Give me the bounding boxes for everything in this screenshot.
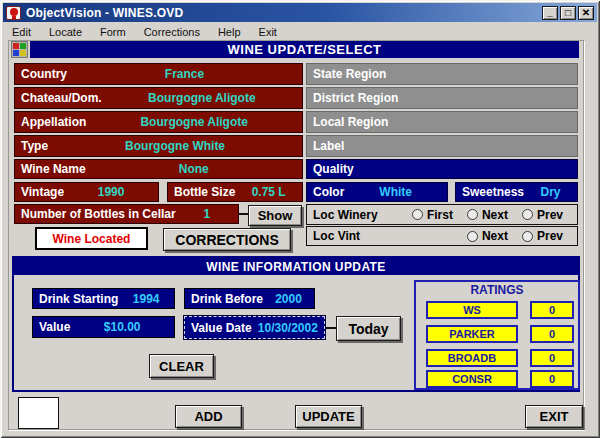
field-wine-name-label: Wine Name: [15, 162, 86, 176]
radio-icon[interactable]: [412, 209, 423, 220]
drink-starting-label: Drink Starting: [33, 292, 118, 306]
loc-winery-prev-label: Prev: [537, 208, 563, 222]
loc-vint-label: Loc Vint: [307, 229, 360, 243]
rating-ws-value[interactable]: 0: [530, 301, 574, 319]
minimize-button-icon[interactable]: _: [542, 6, 558, 20]
rating-broadb-value[interactable]: 0: [530, 349, 574, 367]
value-value[interactable]: $10.00: [70, 320, 174, 334]
drink-before-value[interactable]: 2000: [263, 292, 314, 306]
field-value[interactable]: Value $10.00: [32, 316, 175, 338]
loc-winery-first-label: First: [427, 208, 453, 222]
rating-parker-value[interactable]: 0: [530, 325, 574, 343]
field-color[interactable]: Color White: [306, 182, 448, 202]
field-chateau[interactable]: Chateau/Dom. Bourgogne Aligote: [14, 87, 303, 109]
maximize-button-icon[interactable]: □: [560, 6, 576, 20]
title-bar[interactable]: ObjectVision - WINES.OVD _ □ ✕: [3, 3, 597, 22]
close-button-icon[interactable]: ✕: [578, 6, 594, 20]
field-country-value[interactable]: France: [67, 67, 302, 81]
objectvision-app-icon: [6, 6, 21, 20]
loc-winery-group: Loc Winery First Next Prev: [306, 204, 578, 225]
loc-winery-label: Loc Winery: [307, 208, 378, 222]
field-local-region-label: Local Region: [307, 115, 388, 129]
loc-winery-first-radio[interactable]: First: [412, 208, 453, 222]
corrections-button[interactable]: CORRECTIONS: [163, 228, 291, 251]
rating-consr-label[interactable]: CONSR: [426, 370, 518, 388]
update-section-header: WINE INFORMATION UPDATE: [14, 258, 578, 275]
rating-parker-label[interactable]: PARKER: [426, 325, 518, 343]
windows-logo-icon: [11, 41, 28, 58]
field-vintage-label: Vintage: [15, 185, 64, 199]
field-appellation[interactable]: Appellation Bourgogne Aligote: [14, 111, 303, 133]
menu-locate[interactable]: Locate: [40, 26, 91, 38]
form-header: WINE UPDATE/SELECT: [30, 41, 579, 58]
loc-winery-next-label: Next: [482, 208, 508, 222]
field-drink-before[interactable]: Drink Before 2000: [184, 288, 315, 309]
radio-icon[interactable]: [522, 209, 533, 220]
field-district-region[interactable]: District Region: [306, 87, 578, 109]
field-local-region[interactable]: Local Region: [306, 111, 578, 133]
menu-edit[interactable]: Edit: [3, 26, 40, 38]
field-state-region[interactable]: State Region: [306, 63, 578, 85]
drink-before-label: Drink Before: [185, 292, 263, 306]
window-title: ObjectVision - WINES.OVD: [26, 6, 542, 20]
menu-bar: Edit Locate Form Corrections Help Exit: [3, 23, 597, 40]
field-type-value[interactable]: Bourgogne White: [48, 139, 302, 153]
clear-button[interactable]: CLEAR: [149, 354, 214, 378]
field-vintage[interactable]: Vintage 1990: [14, 182, 159, 202]
loc-vint-next-label: Next: [482, 229, 508, 243]
field-color-value[interactable]: White: [344, 185, 447, 199]
drink-starting-value[interactable]: 1994: [118, 292, 174, 306]
field-sweetness-label: Sweetness: [456, 185, 524, 199]
field-label[interactable]: Label: [306, 135, 578, 157]
menu-corrections[interactable]: Corrections: [135, 26, 209, 38]
field-wine-name-value[interactable]: None: [86, 162, 302, 176]
field-bottle-size[interactable]: Bottle Size 0.75 L: [167, 182, 303, 202]
field-sweetness[interactable]: Sweetness Dry: [455, 182, 578, 202]
status-box[interactable]: [18, 397, 59, 429]
loc-vint-prev-radio[interactable]: Prev: [522, 229, 563, 243]
menu-form[interactable]: Form: [91, 26, 135, 38]
field-sweetness-value[interactable]: Dry: [524, 185, 577, 199]
field-appellation-label: Appellation: [15, 115, 86, 129]
field-wine-name[interactable]: Wine Name None: [14, 159, 303, 179]
field-type[interactable]: Type Bourgogne White: [14, 135, 303, 157]
menu-exit[interactable]: Exit: [250, 26, 286, 38]
value-label: Value: [33, 320, 70, 334]
radio-icon[interactable]: [522, 231, 533, 242]
loc-winery-next-radio[interactable]: Next: [467, 208, 508, 222]
today-button[interactable]: Today: [336, 316, 401, 341]
field-bottle-size-value[interactable]: 0.75 L: [235, 185, 302, 199]
field-country[interactable]: Country France: [14, 63, 303, 85]
menu-help[interactable]: Help: [209, 26, 250, 38]
window-controls: _ □ ✕: [542, 6, 594, 20]
field-quality[interactable]: Quality: [306, 159, 578, 179]
field-value-date[interactable]: Value Date 10/30/2002: [184, 316, 325, 339]
field-bottles-in-cellar-value[interactable]: 1: [176, 207, 238, 221]
update-button[interactable]: UPDATE: [295, 405, 362, 428]
loc-winery-prev-radio[interactable]: Prev: [522, 208, 563, 222]
field-drink-starting[interactable]: Drink Starting 1994: [32, 288, 175, 309]
show-connector-line: [239, 213, 248, 215]
field-appellation-value[interactable]: Bourgogne Aligote: [86, 115, 302, 129]
ratings-panel: RATINGS WS 0 PARKER 0 BROADB 0 CONSR 0: [414, 280, 580, 390]
rating-consr-value[interactable]: 0: [530, 370, 574, 388]
value-date-label: Value Date: [185, 321, 252, 335]
exit-button[interactable]: EXIT: [525, 405, 583, 428]
field-bottles-in-cellar[interactable]: Number of Bottles in Cellar 1: [14, 204, 239, 224]
field-bottles-in-cellar-label: Number of Bottles in Cellar: [15, 207, 176, 221]
radio-icon[interactable]: [467, 231, 478, 242]
add-button[interactable]: ADD: [175, 405, 242, 428]
loc-vint-group: Loc Vint Next Prev: [306, 226, 578, 246]
field-vintage-value[interactable]: 1990: [64, 185, 158, 199]
today-connector-line: [326, 327, 336, 329]
show-button[interactable]: Show: [248, 205, 302, 226]
rating-ws-label[interactable]: WS: [426, 301, 518, 319]
field-chateau-value[interactable]: Bourgogne Aligote: [102, 91, 302, 105]
field-bottle-size-label: Bottle Size: [168, 185, 235, 199]
rating-broadb-label[interactable]: BROADB: [426, 349, 518, 367]
field-color-label: Color: [307, 185, 344, 199]
radio-icon[interactable]: [467, 209, 478, 220]
field-chateau-label: Chateau/Dom.: [15, 91, 102, 105]
loc-vint-next-radio[interactable]: Next: [467, 229, 508, 243]
value-date-value[interactable]: 10/30/2002: [252, 321, 324, 335]
